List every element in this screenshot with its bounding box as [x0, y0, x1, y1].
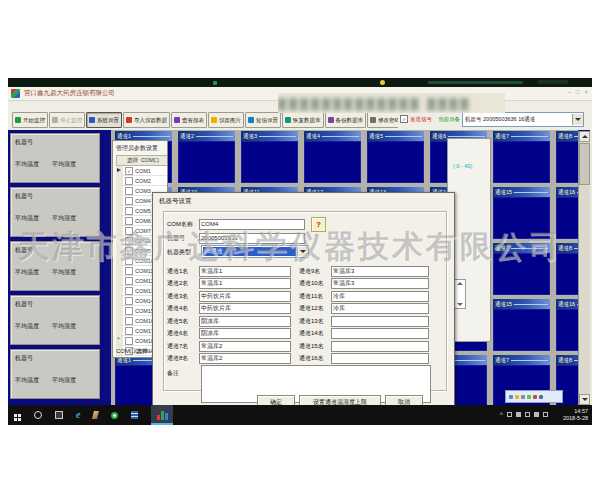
channel-cell[interactable]: 通道7	[493, 131, 550, 183]
com-checkbox[interactable]	[125, 357, 133, 359]
channel-header: 通道15	[493, 187, 550, 197]
toolbar-button-stop-monitor[interactable]: 停止监控	[49, 112, 85, 128]
channel-cell[interactable]: 通道8	[556, 131, 578, 183]
input-method-icon[interactable]	[534, 412, 539, 417]
scroll-down-icon[interactable]	[457, 303, 463, 306]
taskbar-clock[interactable]: 14:57 2018-5-28	[563, 408, 588, 422]
channel-body	[178, 141, 235, 183]
channel-cell[interactable]: 通道15	[493, 299, 550, 351]
vertical-scrollbar[interactable]	[578, 131, 590, 405]
channel-name-input[interactable]	[199, 303, 291, 314]
com-checkbox[interactable]	[125, 317, 133, 325]
com-checkbox[interactable]	[125, 327, 133, 335]
search-icon[interactable]	[34, 411, 42, 419]
com-checkbox[interactable]	[125, 197, 133, 205]
com-row[interactable]: ✓COM1	[116, 166, 168, 176]
toolbar-button-backup-db[interactable]: 备份数据库	[325, 112, 367, 128]
scrollbar-thumb[interactable]	[579, 143, 590, 185]
remark-label: 备注	[167, 369, 199, 378]
tray-app-icon[interactable]	[509, 395, 513, 399]
com-checkbox[interactable]	[125, 337, 133, 345]
com-checkbox[interactable]	[125, 207, 133, 215]
channel-fields-left: 通道1名通道2名通道3名通道4名通道5名通道6名通道7名通道8名	[167, 265, 291, 365]
scroll-down-icon[interactable]	[579, 394, 590, 405]
channel-name-input[interactable]	[199, 316, 291, 327]
channel-name-input[interactable]	[331, 291, 429, 302]
document-app-icon[interactable]	[131, 411, 138, 419]
tray-app-icon[interactable]	[533, 395, 537, 399]
tray-app-icon[interactable]	[539, 395, 543, 399]
desktop-speck	[213, 81, 217, 85]
channel-name-label: 通道12名	[299, 304, 331, 313]
com-checkbox[interactable]: ✓	[125, 167, 133, 175]
mini-scrollbar[interactable]	[454, 279, 466, 309]
volume-icon[interactable]	[525, 412, 530, 417]
channel-name-label: 通道10名	[299, 279, 331, 288]
channel-cell[interactable]: 通道3	[241, 131, 298, 183]
com-row[interactable]: COM2	[116, 176, 168, 186]
tray-app-icon[interactable]	[527, 395, 531, 399]
toolbar-button-view-report[interactable]: 查看报表	[171, 112, 207, 128]
ok-button[interactable]: 确定	[257, 395, 295, 405]
com-checkbox[interactable]	[125, 187, 133, 195]
com-checkbox[interactable]	[125, 177, 133, 185]
cancel-button[interactable]: 取消	[385, 395, 423, 405]
start-icon[interactable]	[14, 414, 17, 417]
network-icon[interactable]	[516, 412, 521, 417]
toolbar-button-change-password[interactable]: 修改密码	[367, 112, 398, 128]
scroll-up-icon[interactable]	[579, 131, 590, 142]
task-view-icon[interactable]	[55, 411, 63, 419]
channel-cell[interactable]: 通道16	[556, 299, 578, 351]
channel-name-input[interactable]	[331, 316, 429, 327]
avg-temp-label: 平均温度	[15, 322, 39, 331]
channel-name-input[interactable]	[199, 328, 291, 339]
edge-icon[interactable]: e	[76, 410, 80, 420]
channel-name-input[interactable]	[199, 341, 291, 352]
com-checkbox[interactable]	[125, 307, 133, 315]
desktop-speck	[538, 80, 568, 84]
tray-icons: ^	[500, 411, 548, 418]
scroll-up-icon[interactable]	[457, 282, 463, 285]
backup-db-icon	[328, 117, 334, 123]
toolbar-button-device-photo[interactable]: 仪器图片	[208, 112, 244, 128]
toolbar-button-sms-settings[interactable]: 短信设置	[245, 112, 281, 128]
green-app-icon[interactable]	[111, 412, 118, 419]
toolbar-button-system-settings[interactable]: 系统设置	[86, 112, 122, 128]
minimize-icon[interactable]: –	[568, 89, 571, 95]
device-select[interactable]: 机器号 20005003636 16通道	[462, 112, 584, 127]
tray-overflow-popup	[505, 390, 563, 403]
channel-name-input[interactable]	[331, 353, 429, 364]
channel-cell[interactable]: 通道4	[304, 131, 361, 183]
machine-no-label: 机器号	[15, 354, 99, 363]
channel-name-input[interactable]	[199, 353, 291, 364]
send-signal-checkbox[interactable]: ✓	[400, 115, 408, 123]
close-icon[interactable]: ×	[584, 89, 588, 95]
chevron-down-icon[interactable]	[572, 114, 583, 125]
toolbar-button-restore-db[interactable]: 恢复数据库	[282, 112, 324, 128]
channel-name-input[interactable]	[331, 341, 429, 352]
toolbar-button-import-data[interactable]: 导入仪器数据	[123, 112, 170, 128]
channel-name-input[interactable]	[331, 303, 429, 314]
tray-app-icon[interactable]	[521, 395, 525, 399]
row-marker	[116, 326, 123, 335]
tray-app-icon[interactable]	[515, 395, 519, 399]
channel-name-input[interactable]	[199, 291, 291, 302]
channel-name-input[interactable]	[199, 278, 291, 289]
pen-icon[interactable]	[92, 411, 99, 419]
com-checkbox[interactable]	[125, 217, 133, 225]
tray-overflow-icon[interactable]: ^	[500, 411, 503, 418]
channel-name-label: 通道2名	[167, 279, 199, 288]
set-limits-button[interactable]: 设置通道温湿度上限	[299, 395, 381, 405]
toolbar-button-start-monitor[interactable]: 开始监控	[12, 112, 48, 128]
battery-icon[interactable]	[507, 412, 512, 417]
monitor-app-chart-icon[interactable]	[151, 405, 173, 425]
channel-name-input[interactable]	[331, 328, 429, 339]
com-checkbox[interactable]	[125, 297, 133, 305]
channel-cell[interactable]: 通道5	[367, 131, 424, 183]
channel-name-input[interactable]	[331, 278, 429, 289]
com-checkbox[interactable]	[125, 287, 133, 295]
maximize-icon[interactable]: □	[576, 89, 580, 95]
action-center-icon[interactable]	[543, 412, 548, 417]
com-checkbox[interactable]	[125, 277, 133, 285]
channel-cell[interactable]: 通道2	[178, 131, 235, 183]
